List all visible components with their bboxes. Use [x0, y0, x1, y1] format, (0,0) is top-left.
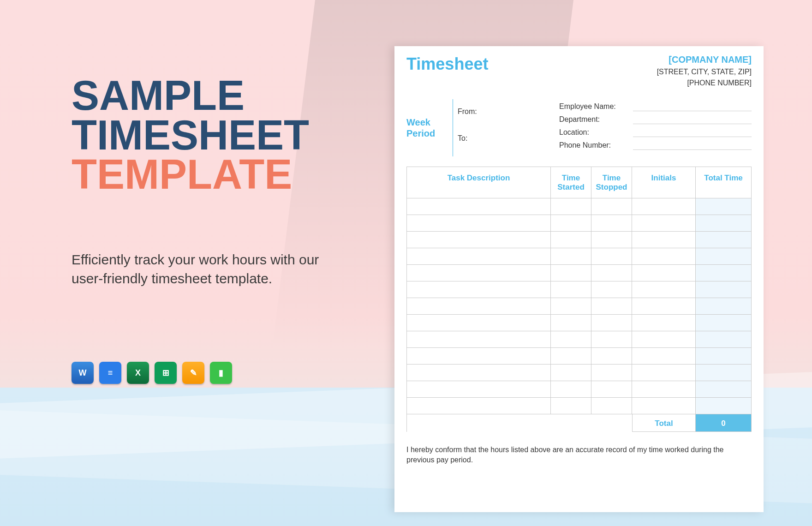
employee-field-value[interactable] [633, 128, 752, 137]
grid-cell[interactable] [407, 381, 551, 398]
grid-cell[interactable] [551, 232, 591, 248]
grid-cell[interactable] [696, 281, 751, 298]
grid-cell[interactable] [632, 198, 696, 215]
grid-cell[interactable] [551, 348, 591, 365]
grid-cell[interactable] [591, 281, 632, 298]
grid-cell[interactable] [696, 198, 751, 215]
google-docs-icon[interactable]: ≡ [99, 362, 121, 384]
grid-cell[interactable] [591, 381, 632, 398]
grid-data-row [407, 365, 751, 381]
grid-cell[interactable] [591, 232, 632, 248]
grid-cell[interactable] [696, 381, 751, 398]
grid-cell[interactable] [632, 365, 696, 381]
grid-cell[interactable] [632, 348, 696, 365]
grid-data-row [407, 232, 751, 248]
col-time-stopped: Time Stopped [591, 167, 632, 198]
grid-cell[interactable] [551, 281, 591, 298]
employee-field-label: Phone Number: [559, 141, 633, 149]
grid-cell[interactable] [407, 331, 551, 348]
grid-cell[interactable] [591, 215, 632, 232]
grid-cell[interactable] [551, 381, 591, 398]
grid-cell[interactable] [591, 365, 632, 381]
grid-cell[interactable] [591, 315, 632, 331]
grid-cell[interactable] [632, 298, 696, 315]
format-icons-row: W ≡ X ⊞ ✎ ▮ [72, 362, 358, 384]
apple-numbers-icon[interactable]: ▮ [210, 362, 232, 384]
grid-cell[interactable] [407, 298, 551, 315]
title-line-3: TEMPLATE [72, 155, 358, 195]
employee-field-label: Location: [559, 128, 633, 137]
to-label: To: [458, 132, 550, 151]
grid-cell[interactable] [632, 331, 696, 348]
grid-cell[interactable] [407, 315, 551, 331]
employee-field-line: Employee Name: [559, 102, 752, 111]
doc-company-block: [COPMANY NAME] [STREET, CITY, STATE, ZIP… [657, 54, 752, 87]
grid-cell[interactable] [632, 265, 696, 281]
grid-cell[interactable] [696, 315, 751, 331]
grid-cell[interactable] [407, 365, 551, 381]
page-root: SAMPLE TIMESHEET TEMPLATE Efficiently tr… [0, 0, 812, 526]
grid-cell[interactable] [407, 265, 551, 281]
employee-field-line: Phone Number: [559, 141, 752, 150]
grid-cell[interactable] [696, 232, 751, 248]
employee-field-line: Department: [559, 115, 752, 124]
grid-cell[interactable] [632, 215, 696, 232]
grid-cell[interactable] [632, 398, 696, 414]
grid-cell[interactable] [407, 398, 551, 414]
grid-cell[interactable] [551, 198, 591, 215]
employee-field-value[interactable] [633, 141, 752, 150]
apple-pages-icon[interactable]: ✎ [182, 362, 204, 384]
grid-cell[interactable] [407, 248, 551, 265]
grid-cell[interactable] [632, 232, 696, 248]
grid-cell[interactable] [551, 315, 591, 331]
grid-cell[interactable] [591, 265, 632, 281]
grid-cell[interactable] [407, 215, 551, 232]
grid-cell[interactable] [632, 281, 696, 298]
company-address: [STREET, CITY, STATE, ZIP] [657, 68, 752, 76]
grid-cell[interactable] [696, 265, 751, 281]
grid-cell[interactable] [551, 398, 591, 414]
grid-data-row [407, 265, 751, 281]
grid-cell[interactable] [551, 298, 591, 315]
grid-cell[interactable] [591, 248, 632, 265]
vertical-rule [453, 99, 453, 156]
employee-field-value[interactable] [633, 115, 752, 124]
grid-cell[interactable] [696, 398, 751, 414]
grid-data-row [407, 215, 751, 232]
grid-cell[interactable] [696, 331, 751, 348]
grid-cell[interactable] [696, 298, 751, 315]
grid-cell[interactable] [591, 398, 632, 414]
grid-cell[interactable] [551, 265, 591, 281]
grid-data-row [407, 298, 751, 315]
grid-cell[interactable] [632, 381, 696, 398]
grid-cell[interactable] [632, 315, 696, 331]
microsoft-word-icon[interactable]: W [72, 362, 94, 384]
grid-cell[interactable] [591, 298, 632, 315]
employee-field-value[interactable] [633, 102, 752, 111]
footer-total-label: Total [632, 414, 696, 432]
subtitle: Efficiently track your work hours with o… [72, 250, 330, 288]
col-total-time: Total Time [696, 167, 751, 198]
grid-cell[interactable] [696, 248, 751, 265]
grid-cell[interactable] [696, 215, 751, 232]
grid-cell[interactable] [696, 348, 751, 365]
grid-data-row [407, 281, 751, 298]
grid-cell[interactable] [551, 365, 591, 381]
grid-cell[interactable] [407, 232, 551, 248]
grid-cell[interactable] [591, 348, 632, 365]
microsoft-excel-icon[interactable]: X [127, 362, 149, 384]
grid-cell[interactable] [632, 248, 696, 265]
grid-cell[interactable] [407, 281, 551, 298]
grid-cell[interactable] [551, 248, 591, 265]
google-sheets-icon[interactable]: ⊞ [155, 362, 177, 384]
grid-cell[interactable] [407, 198, 551, 215]
grid-cell[interactable] [551, 331, 591, 348]
from-label: From: [458, 105, 550, 124]
grid-cell[interactable] [551, 215, 591, 232]
grid-cell[interactable] [696, 365, 751, 381]
timesheet-document-preview: Timesheet [COPMANY NAME] [STREET, CITY, … [394, 46, 764, 512]
grid-cell[interactable] [407, 348, 551, 365]
disclaimer-text: I hereby conform that the hours listed a… [406, 445, 748, 466]
grid-cell[interactable] [591, 198, 632, 215]
grid-cell[interactable] [591, 331, 632, 348]
